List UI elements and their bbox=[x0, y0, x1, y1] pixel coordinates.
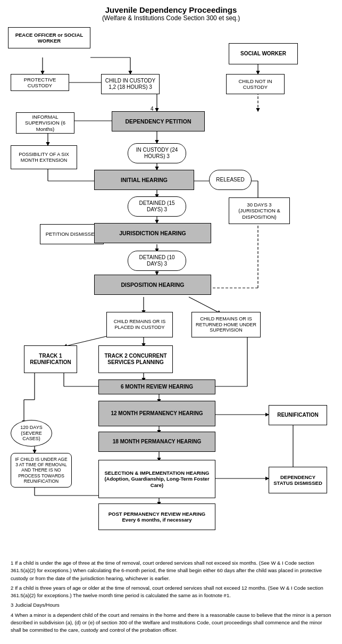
eighteen-month-box: 18 MONTH PERMANACY HEARING bbox=[98, 432, 215, 452]
six-month-review-box: 6 MONTH REVIEW HEARING bbox=[98, 379, 215, 394]
social-worker-box: SOCIAL WORKER bbox=[229, 43, 298, 64]
diagram: PEACE OFFICER or SOCIAL WORKER SOCIAL WO… bbox=[8, 27, 334, 554]
detained-15-box: DETAINED (15 DAYS) 3 bbox=[128, 196, 186, 217]
sub-title: (Welfare & Institutions Code Section 300… bbox=[8, 14, 334, 22]
protective-custody-box: PROTECTIVE CUSTODY bbox=[11, 74, 69, 91]
jurisdiction-hearing-box: JURISDICTION HEARING bbox=[94, 223, 211, 243]
twelve-month-box: 12 MONTH PERMANENCY HEARING bbox=[98, 401, 215, 426]
initial-hearing-box: INITIAL HEARING bbox=[94, 170, 194, 190]
120-days-box: 120 DAYS (SEVERE CASES) bbox=[11, 420, 52, 447]
page: Juvenile Dependency Proceedings (Welfare… bbox=[0, 0, 342, 641]
released-box: RELEASED bbox=[209, 170, 252, 190]
informal-supervision-box: INFORMAL SUPERVISION (6 Months) bbox=[16, 112, 74, 134]
possibility-extension-box: POSSIBILITY OF A SIX MONTH EXTENSION bbox=[11, 145, 77, 169]
main-title: Juvenile Dependency Proceedings bbox=[8, 5, 334, 14]
thirty-days-box: 30 DAYS 3 (JURISDICTION & DISPOSITION) bbox=[229, 197, 290, 224]
svg-line-25 bbox=[189, 297, 221, 313]
footnote-4: 4 When a minor is a dependent child of t… bbox=[11, 612, 331, 634]
footnote-3: 3 Judicial Days/Hours bbox=[11, 601, 331, 609]
detained-10-box: DETAINED (10 DAYS) 3 bbox=[128, 251, 186, 271]
track1-box: TRACK 1 REUNIFICATION bbox=[24, 345, 77, 373]
disposition-hearing-box: DISPOSITION HEARING bbox=[94, 275, 211, 295]
peace-officer-box: PEACE OFFICER or SOCIAL WORKER bbox=[8, 27, 90, 48]
child-in-custody-box: CHILD IN CUSTODY 1,2 (18 HOURS) 3 bbox=[101, 74, 160, 94]
in-custody-24-box: IN CUSTODY (24 HOURS) 3 bbox=[128, 143, 186, 163]
footnote-1: 1 If a child is under the age of three a… bbox=[11, 559, 331, 582]
selection-impl-box: SELECTION & IMPLEMENTATION HEARING (Adop… bbox=[98, 460, 215, 498]
footnotes-section: 1 If a child is under the age of three a… bbox=[8, 559, 334, 634]
track2-box: TRACK 2 CONCURRENT SERVICES PLANNING bbox=[98, 345, 173, 373]
child-remains-custody-box: CHILD REMAINS OR IS PLACED IN CUSTODY bbox=[106, 312, 173, 337]
post-permanency-box: POST PERMANENCY REVIEW HEARING Every 6 m… bbox=[98, 503, 215, 530]
dependency-petition-box: DEPENDENCY PETITION bbox=[112, 111, 205, 131]
child-returned-home-box: CHILD REMAINS OR IS RETURNED HOME UNDER … bbox=[191, 312, 261, 337]
footnote-2: 2 If a child is three years of age or ol… bbox=[11, 584, 331, 600]
child-not-in-custody-box: CHILD NOT IN CUSTODY bbox=[226, 74, 285, 94]
dependency-dismissed-box: DEPENDENCY STATUS DISMISSED bbox=[269, 467, 327, 493]
title-section: Juvenile Dependency Proceedings (Welfare… bbox=[8, 5, 334, 22]
if-child-under-box: IF CHILD IS UNDER AGE 3 AT TIME OF REMOV… bbox=[11, 453, 72, 488]
reunification-box: REUNIFICATION bbox=[269, 405, 327, 425]
